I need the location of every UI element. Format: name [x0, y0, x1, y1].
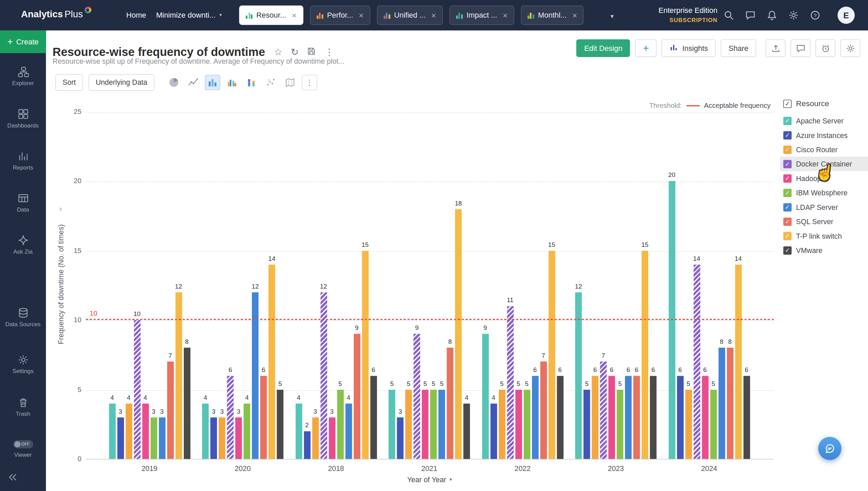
add-button[interactable]: +	[635, 39, 657, 57]
bar-vmware-2020[interactable]: 5	[277, 390, 283, 459]
legend-checkbox-vmware[interactable]: ✓	[783, 246, 791, 254]
bar-cisco-router-2019[interactable]: 4	[125, 404, 132, 459]
tab-impact[interactable]: Impact ...×	[449, 5, 514, 25]
bar-ldap-server-2024[interactable]: 8	[718, 348, 725, 459]
chat-icon[interactable]	[745, 10, 756, 20]
x-axis-title[interactable]: Year of Year ▾	[385, 475, 474, 484]
bar-sql-server-2023[interactable]: 6	[633, 376, 640, 459]
legend-item-ldap-server[interactable]: ✓LDAP Server	[783, 200, 868, 214]
bar-azure-instances-2021[interactable]: 3	[397, 417, 404, 459]
grouped-bar-chart-icon[interactable]	[225, 75, 239, 89]
bar-ldap-server-2018[interactable]: 4	[345, 404, 352, 459]
bar-ibm-websphere-2024[interactable]: 5	[710, 390, 717, 459]
sidebar-item-reports[interactable]: Reports	[0, 151, 46, 171]
collapse-sidebar-icon[interactable]	[8, 472, 18, 485]
bar-t-p-link-switch-2024[interactable]: 14	[735, 264, 742, 459]
legend-item-azure-instances[interactable]: ✓Azure Instances	[783, 128, 868, 142]
share-button[interactable]: Share	[721, 39, 756, 57]
toolbar-kebab-icon[interactable]: ⋮	[302, 75, 317, 90]
legend-item-sql-server[interactable]: ✓SQL Server	[783, 214, 868, 229]
bar-cisco-router-2021[interactable]: 5	[405, 390, 412, 459]
alert-button[interactable]	[815, 39, 835, 57]
bar-cisco-router-2023[interactable]: 6	[592, 376, 598, 459]
legend-select-all-checkbox[interactable]: ✓	[783, 99, 791, 107]
bar-hadoop-2020[interactable]: 3	[235, 417, 242, 459]
bar-docker-container-2018[interactable]: 12	[320, 292, 327, 459]
bar-azure-instances-2024[interactable]: 6	[677, 376, 684, 459]
kebab-menu-icon[interactable]: ⋮	[324, 47, 334, 57]
legend-checkbox-apache-server[interactable]: ✓	[783, 117, 791, 125]
tab-perfor[interactable]: Perfor...×	[310, 5, 370, 25]
save-icon[interactable]	[307, 46, 316, 58]
bar-ibm-websphere-2019[interactable]: 3	[150, 417, 157, 459]
bar-sql-server-2018[interactable]: 9	[353, 334, 360, 459]
viewer-toggle[interactable]: OFF	[13, 440, 33, 448]
report-settings-button[interactable]	[840, 39, 860, 57]
pie-chart-icon[interactable]	[167, 75, 181, 89]
nav-workspace-dropdown[interactable]: Minimize downti... ▾	[156, 0, 222, 31]
map-chart-icon[interactable]	[283, 75, 297, 89]
legend-checkbox-docker-container[interactable]: ✓	[783, 160, 791, 168]
legend-header[interactable]: ✓ Resource	[783, 97, 868, 110]
bar-cisco-router-2020[interactable]: 3	[219, 417, 225, 459]
bar-sql-server-2022[interactable]: 7	[540, 362, 547, 459]
bar-vmware-2019[interactable]: 8	[183, 348, 190, 459]
bar-ibm-websphere-2022[interactable]: 5	[524, 390, 530, 459]
bar-docker-container-2022[interactable]: 11	[507, 306, 514, 459]
bar-vmware-2021[interactable]: 4	[463, 404, 470, 459]
tab-unified[interactable]: Unified ...×	[377, 5, 443, 25]
bar-chart-icon[interactable]	[205, 75, 220, 89]
bar-ibm-websphere-2021[interactable]: 5	[430, 390, 437, 459]
search-icon[interactable]	[724, 10, 734, 20]
bar-ldap-server-2020[interactable]: 12	[252, 292, 259, 459]
bar-docker-container-2024[interactable]: 14	[693, 264, 700, 459]
legend-item-ibm-websphere[interactable]: ✓IBM Websphere	[783, 185, 868, 200]
legend-item-cisco-router[interactable]: ✓Cisco Router	[783, 142, 868, 157]
bar-docker-container-2019[interactable]: 10	[134, 320, 140, 459]
star-icon[interactable]: ☆	[274, 47, 282, 57]
legend-item-t-p-link-switch[interactable]: ✓T-P link switch	[783, 229, 868, 243]
bar-sql-server-2019[interactable]: 7	[167, 362, 174, 459]
sidebar-item-data-sources[interactable]: Data Sources	[0, 307, 46, 328]
bar-t-p-link-switch-2020[interactable]: 14	[269, 264, 275, 459]
user-avatar[interactable]: E	[837, 7, 855, 24]
gear-icon[interactable]	[788, 10, 799, 20]
sidebar-item-explorer[interactable]: Explorer	[0, 66, 46, 87]
bar-ibm-websphere-2023[interactable]: 5	[617, 390, 624, 459]
close-icon[interactable]: ×	[431, 11, 436, 19]
bar-azure-instances-2018[interactable]: 2	[304, 431, 311, 459]
bar-sql-server-2021[interactable]: 8	[447, 348, 454, 459]
refresh-icon[interactable]: ↻	[291, 47, 298, 57]
legend-checkbox-sql-server[interactable]: ✓	[783, 217, 791, 225]
bar-docker-container-2021[interactable]: 9	[414, 334, 420, 459]
close-icon[interactable]: ×	[503, 11, 508, 19]
create-button[interactable]: + Create	[0, 31, 46, 53]
legend-checkbox-ldap-server[interactable]: ✓	[783, 203, 791, 211]
bell-icon[interactable]	[767, 10, 777, 20]
sidebar-item-dashboards[interactable]: Dashboards	[0, 109, 46, 129]
stacked-bar-chart-icon[interactable]	[244, 75, 258, 89]
sort-button[interactable]: Sort	[55, 74, 83, 91]
insights-button[interactable]: Insights	[662, 39, 716, 57]
support-chat-button[interactable]	[818, 437, 842, 460]
help-icon[interactable]: ?	[810, 10, 821, 20]
bar-azure-instances-2023[interactable]: 5	[584, 390, 590, 459]
bar-apache-server-2022[interactable]: 9	[482, 334, 489, 459]
bar-hadoop-2018[interactable]: 3	[329, 417, 335, 459]
sidebar-item-ask-zia[interactable]: Ask Zia	[0, 235, 46, 255]
bar-cisco-router-2024[interactable]: 5	[685, 390, 692, 459]
legend-checkbox-azure-instances[interactable]: ✓	[783, 131, 791, 139]
bar-t-p-link-switch-2019[interactable]: 12	[175, 292, 182, 459]
legend-checkbox-hadoop[interactable]: ✓	[783, 174, 791, 182]
bar-docker-container-2023[interactable]: 7	[600, 362, 607, 459]
bar-t-p-link-switch-2021[interactable]: 18	[455, 209, 462, 459]
bar-ldap-server-2019[interactable]: 3	[159, 417, 165, 459]
nav-home[interactable]: Home	[126, 0, 146, 31]
tab-resour[interactable]: Resour...×	[239, 5, 303, 25]
legend-item-vmware[interactable]: ✓VMware	[783, 243, 868, 257]
bar-azure-instances-2022[interactable]: 4	[490, 404, 497, 459]
sidebar-item-trash[interactable]: Trash	[0, 397, 46, 418]
bar-docker-container-2020[interactable]: 6	[227, 376, 234, 459]
bar-ldap-server-2023[interactable]: 6	[625, 376, 632, 459]
edit-design-button[interactable]: Edit Design	[576, 39, 630, 57]
